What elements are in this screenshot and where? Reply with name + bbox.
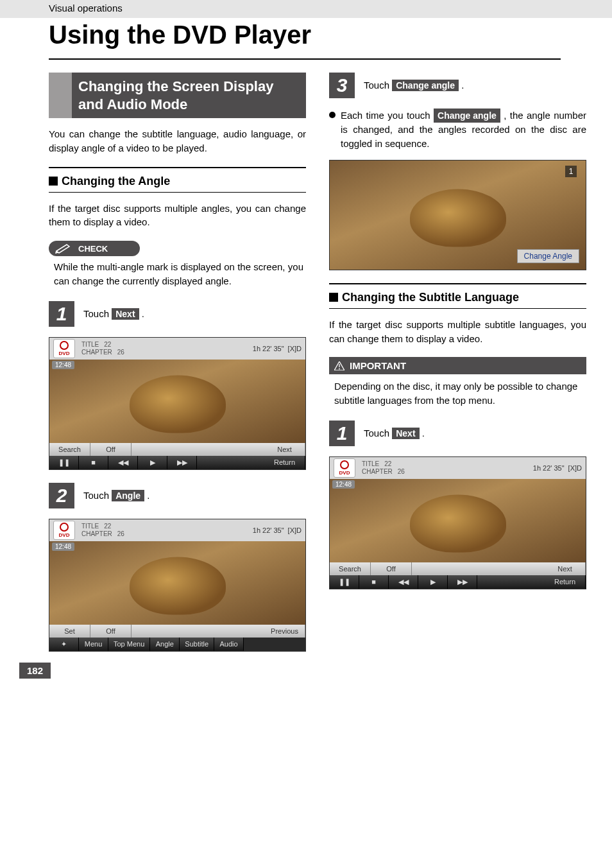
dvd-label: DVD (59, 532, 70, 538)
chapter-value: 26 (398, 468, 405, 475)
step-text-pre: Touch (364, 80, 392, 91)
video-area (330, 479, 586, 562)
check-pill: CHECK (49, 241, 140, 256)
section-heading-text: Changing the Screen Display and Audio Mo… (49, 73, 306, 118)
next-button[interactable]: Next (545, 562, 586, 575)
dvd-label: DVD (59, 351, 70, 356)
screenshot-dvd-controls-1: DVD TITLE22 CHAPTER26 1h 22' 35" [X]D 12… (49, 337, 306, 470)
play-button[interactable]: ▶ (138, 456, 167, 469)
title-label: TITLE (81, 341, 99, 348)
video-content (410, 494, 506, 552)
shot-topbar: DVD TITLE22 CHAPTER26 1h 22' 35" [X]D (49, 338, 305, 360)
shot-right-meta: 1h 22' 35" [X]D (253, 526, 302, 534)
title-wrap: Using the DVD Player (0, 18, 586, 60)
important-label: IMPORTANT (350, 360, 406, 371)
right-column: 3 Touch Change angle . Each time you tou… (329, 73, 586, 664)
play-button[interactable]: ▶ (418, 575, 448, 589)
button-row-1: Search Off Next (330, 562, 586, 575)
check-body: While the multi-angle mark is displayed … (49, 260, 306, 288)
audio-button[interactable]: Audio (214, 638, 244, 651)
spacer (197, 456, 264, 469)
search-button[interactable]: Search (330, 562, 371, 575)
shot-meta: TITLE22 CHAPTER26 (81, 341, 124, 356)
rewind-button[interactable]: ◀◀ (389, 575, 418, 589)
step-2: 2 Touch Angle . (49, 483, 306, 508)
step-text: Touch Next . (364, 428, 425, 439)
shot-topbar: DVD TITLE22 CHAPTER26 1h 22' 35" [X]D (49, 519, 305, 541)
dolby-icon: [X]D (288, 526, 302, 534)
button-row-1: Set Off Previous (49, 625, 305, 638)
spacer (132, 443, 264, 456)
stop-button[interactable]: ■ (359, 575, 389, 589)
screenshot-dvd-controls-2: DVD TITLE22 CHAPTER26 1h 22' 35" [X]D 12… (49, 519, 306, 652)
subsection-heading-text: Changing the Subtitle Language (342, 291, 519, 304)
top-menu-button[interactable]: Top Menu (108, 638, 150, 651)
step-number: 3 (329, 73, 355, 98)
menu-button[interactable]: Menu (79, 638, 108, 651)
bullet-icon (329, 112, 336, 118)
dolby-icon: [X]D (288, 345, 302, 352)
angle-button[interactable]: Angle (150, 638, 180, 651)
runtime: 1h 22' 35" (253, 526, 284, 534)
step-text-post: . (459, 80, 464, 91)
square-bullet-icon (49, 177, 58, 186)
left-column: Changing the Screen Display and Audio Mo… (49, 73, 306, 664)
rule (49, 192, 306, 193)
change-angle-overlay-button[interactable]: Change Angle (517, 249, 579, 263)
search-button[interactable]: Search (49, 443, 90, 456)
chapter-label: CHAPTER (81, 349, 112, 356)
off-button[interactable]: Off (90, 625, 132, 638)
stop-button[interactable]: ■ (79, 456, 108, 469)
shot-right-meta: 1h 22' 35" [X]D (533, 464, 582, 472)
pause-button[interactable]: ❚❚ (330, 575, 359, 589)
video-area (49, 541, 305, 625)
shot-meta: TITLE22 CHAPTER26 (362, 460, 405, 475)
title-label: TITLE (81, 523, 99, 530)
rewind-button[interactable]: ◀◀ (108, 456, 138, 469)
bullet-pre: Each time you touch (341, 110, 434, 121)
pause-button[interactable]: ❚❚ (49, 456, 79, 469)
next-button[interactable]: Next (264, 443, 305, 456)
angle-button[interactable]: Angle (112, 490, 144, 501)
bullet-paragraph: Each time you touch Change angle , the a… (329, 108, 586, 151)
dolby-icon: [X]D (568, 464, 582, 472)
return-button[interactable]: Return (545, 575, 586, 589)
step-text-pre: Touch (83, 490, 112, 501)
step-text-post: . (420, 428, 425, 438)
chapter-label: CHAPTER (81, 530, 112, 537)
spacer (132, 625, 264, 638)
chapter-value: 26 (117, 349, 124, 356)
title-value: 22 (104, 523, 111, 530)
rule (49, 167, 306, 168)
set-button[interactable]: Set (49, 625, 90, 638)
step-text: Touch Angle . (83, 490, 149, 501)
title-rule (49, 53, 561, 60)
video-content (130, 557, 226, 614)
fastforward-button[interactable]: ▶▶ (448, 575, 477, 589)
square-bullet-icon (329, 293, 338, 302)
bullet-text: Each time you touch Change angle , the a… (341, 108, 586, 151)
button-row-2: ❚❚ ■ ◀◀ ▶ ▶▶ Return (330, 575, 586, 589)
next-button[interactable]: Next (112, 308, 139, 320)
dvd-label: DVD (339, 470, 350, 476)
move-button[interactable]: ✦ (49, 638, 79, 651)
fastforward-button[interactable]: ▶▶ (167, 456, 197, 469)
return-button[interactable]: Return (264, 456, 305, 469)
subtitle-button[interactable]: Subtitle (180, 638, 214, 651)
important-body: Depending on the disc, it may only be po… (329, 374, 586, 408)
subsection-heading: Changing the Subtitle Language (329, 290, 586, 308)
pencil-icon (55, 243, 73, 254)
off-button[interactable]: Off (371, 562, 412, 575)
section-heading: Changing the Screen Display and Audio Mo… (49, 73, 306, 118)
chapter-label: CHAPTER (362, 468, 393, 475)
next-button[interactable]: Next (392, 428, 419, 439)
chapter-value: 26 (117, 530, 124, 537)
spacer (412, 562, 545, 575)
change-angle-button[interactable]: Change angle (392, 80, 459, 91)
previous-button[interactable]: Previous (264, 625, 305, 638)
step-text: Touch Change angle . (364, 80, 464, 91)
off-button[interactable]: Off (90, 443, 132, 456)
step-text-post: . (144, 490, 149, 501)
change-angle-button[interactable]: Change angle (434, 108, 500, 123)
warning-icon (334, 361, 344, 370)
